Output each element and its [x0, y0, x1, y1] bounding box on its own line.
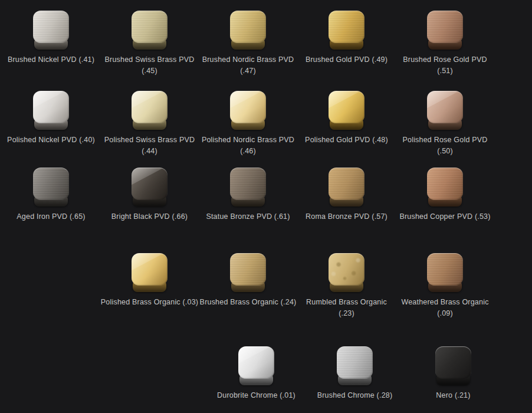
finish-swatch[interactable] — [435, 346, 471, 385]
finish-row: Polished Nickel PVD (.40) Polished Swiss… — [2, 91, 494, 157]
finish-row: Polished Brass Organic (.03) Brushed Bra… — [100, 253, 494, 319]
finish-label: Brushed Swiss Brass PVD (.45) — [105, 54, 195, 77]
finish-option[interactable]: Polished Brass Organic (.03) — [100, 253, 199, 319]
swatch-face — [427, 91, 463, 123]
finish-option[interactable]: Brushed Swiss Brass PVD (.45) — [100, 11, 199, 77]
finish-label: Weathered Brass Organic (.09) — [401, 297, 488, 319]
swatch-face — [337, 346, 373, 379]
finish-swatch[interactable] — [427, 11, 463, 50]
swatch-face — [230, 11, 266, 43]
finish-swatch[interactable] — [33, 168, 69, 206]
finish-swatch[interactable] — [427, 253, 463, 292]
finish-label: Polished Swiss Brass PVD (.44) — [104, 135, 195, 157]
finish-option[interactable]: Rumbled Brass Organic (.23) — [297, 253, 396, 319]
finish-option[interactable]: Weathered Brass Organic (.09) — [396, 253, 494, 319]
swatch-face — [33, 168, 69, 200]
finish-label: Polished Brass Organic (.03) — [101, 297, 198, 308]
finish-option[interactable]: Roma Bronze PVD (.57) — [297, 168, 396, 222]
swatch-face — [427, 168, 463, 200]
finish-label: Durobrite Chrome (.01) — [217, 390, 295, 401]
finish-label: Polished Gold PVD (.48) — [305, 135, 388, 146]
finish-row: Aged Iron PVD (.65) Bright Black PVD (.6… — [2, 168, 494, 222]
swatch-face — [132, 253, 168, 286]
finish-option[interactable]: Brushed Chrome (.28) — [306, 346, 404, 401]
finish-option[interactable]: Polished Gold PVD (.48) — [297, 91, 396, 157]
finish-swatch[interactable] — [33, 11, 69, 50]
finish-label: Statue Bronze PVD (.61) — [206, 211, 290, 222]
finish-label: Brushed Nordic Brass PVD (.47) — [202, 54, 294, 77]
finish-label: Polished Nickel PVD (.40) — [7, 135, 95, 146]
finish-option[interactable]: Polished Nickel PVD (.40) — [2, 91, 100, 157]
swatch-face — [33, 11, 69, 43]
finish-label: Brushed Chrome (.28) — [317, 390, 393, 401]
swatch-face — [238, 346, 274, 379]
finish-label: Polished Nordic Brass PVD (.46) — [202, 135, 294, 157]
finish-swatch[interactable] — [230, 11, 266, 50]
finish-swatch[interactable] — [427, 91, 463, 130]
swatch-face — [230, 253, 266, 286]
finish-swatch[interactable] — [132, 168, 168, 206]
finish-swatch[interactable] — [329, 91, 364, 130]
finish-label: Nero (.21) — [436, 390, 470, 401]
finish-option[interactable]: Brushed Nordic Brass PVD (.47) — [199, 11, 297, 77]
finish-label: Brushed Nickel PVD (.41) — [8, 54, 94, 65]
finish-row: Brushed Nickel PVD (.41) Brushed Swiss B… — [2, 11, 494, 77]
finish-label: Brushed Brass Organic (.24) — [200, 297, 297, 308]
finish-option[interactable]: Brushed Copper PVD (.53) — [396, 168, 494, 222]
swatch-face — [427, 253, 463, 286]
finish-option[interactable]: Bright Black PVD (.66) — [100, 168, 199, 222]
finish-swatch[interactable] — [33, 91, 69, 130]
swatch-face — [132, 11, 168, 43]
swatch-face — [329, 168, 364, 200]
finish-label: Polished Rose Gold PVD (.50) — [396, 135, 494, 157]
swatch-face — [427, 11, 463, 43]
finish-option[interactable]: Polished Swiss Brass PVD (.44) — [100, 91, 199, 157]
finish-swatch[interactable] — [132, 11, 168, 50]
finish-swatch[interactable] — [230, 91, 266, 130]
swatch-face — [329, 11, 364, 43]
finish-label: Roma Bronze PVD (.57) — [306, 211, 387, 222]
swatch-face — [132, 91, 168, 123]
finish-option[interactable]: Aged Iron PVD (.65) — [2, 168, 100, 222]
finish-option[interactable]: Brushed Brass Organic (.24) — [199, 253, 297, 319]
finish-option[interactable]: Brushed Gold PVD (.49) — [297, 11, 396, 77]
finish-swatch[interactable] — [132, 91, 168, 130]
swatch-face — [33, 91, 69, 123]
finish-swatch[interactable] — [230, 253, 266, 292]
finish-label: Rumbled Brass Organic (.23) — [297, 297, 396, 319]
swatch-face — [329, 91, 364, 123]
finish-option[interactable]: Durobrite Chrome (.01) — [207, 346, 306, 401]
finish-swatch[interactable] — [329, 168, 364, 206]
finish-swatch[interactable] — [329, 11, 364, 50]
finish-grid: Brushed Nickel PVD (.41) Brushed Swiss B… — [0, 0, 532, 413]
finish-option[interactable]: Nero (.21) — [404, 346, 503, 401]
finish-label: Brushed Gold PVD (.49) — [306, 54, 387, 65]
finish-option[interactable]: Brushed Rose Gold PVD (.51) — [396, 11, 494, 77]
finish-swatch[interactable] — [230, 168, 266, 206]
finish-label: Bright Black PVD (.66) — [111, 211, 188, 222]
finish-swatch[interactable] — [238, 346, 274, 385]
finish-label: Brushed Copper PVD (.53) — [399, 211, 490, 222]
swatch-face — [435, 346, 471, 379]
swatch-face — [230, 168, 266, 200]
finish-swatch[interactable] — [329, 253, 364, 292]
finish-label: Brushed Rose Gold PVD (.51) — [396, 54, 494, 77]
swatch-face — [230, 91, 266, 123]
swatch-face — [329, 253, 364, 286]
finish-swatch[interactable] — [132, 253, 168, 292]
finish-swatch[interactable] — [427, 168, 463, 206]
finish-option[interactable]: Polished Nordic Brass PVD (.46) — [199, 91, 297, 157]
finish-option[interactable]: Brushed Nickel PVD (.41) — [2, 11, 100, 77]
finish-option[interactable]: Statue Bronze PVD (.61) — [199, 168, 297, 222]
finish-label: Aged Iron PVD (.65) — [17, 211, 85, 222]
swatch-face — [132, 168, 168, 200]
finish-swatch[interactable] — [337, 346, 373, 385]
finish-option[interactable]: Polished Rose Gold PVD (.50) — [396, 91, 494, 157]
finish-row: Durobrite Chrome (.01) Brushed Chrome (.… — [207, 346, 503, 401]
